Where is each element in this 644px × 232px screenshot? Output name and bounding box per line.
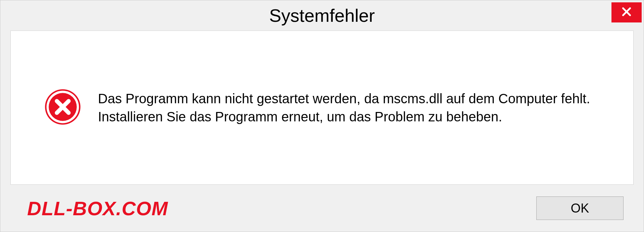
close-icon (621, 6, 633, 19)
watermark-text: DLL-BOX.COM (27, 197, 168, 220)
ok-button[interactable]: OK (536, 196, 624, 220)
system-error-dialog: Systemfehler Das Programm kan (0, 0, 644, 232)
message-panel: Das Programm kann nicht gestartet werden… (10, 31, 634, 185)
dialog-title: Systemfehler (269, 5, 375, 26)
title-bar: Systemfehler (0, 0, 644, 31)
content-area: Das Programm kann nicht gestartet werden… (0, 31, 644, 232)
error-icon (44, 89, 81, 127)
error-message: Das Programm kann nicht gestartet werden… (98, 90, 613, 126)
close-button[interactable] (611, 2, 642, 22)
footer-area: DLL-BOX.COM OK (10, 185, 634, 232)
